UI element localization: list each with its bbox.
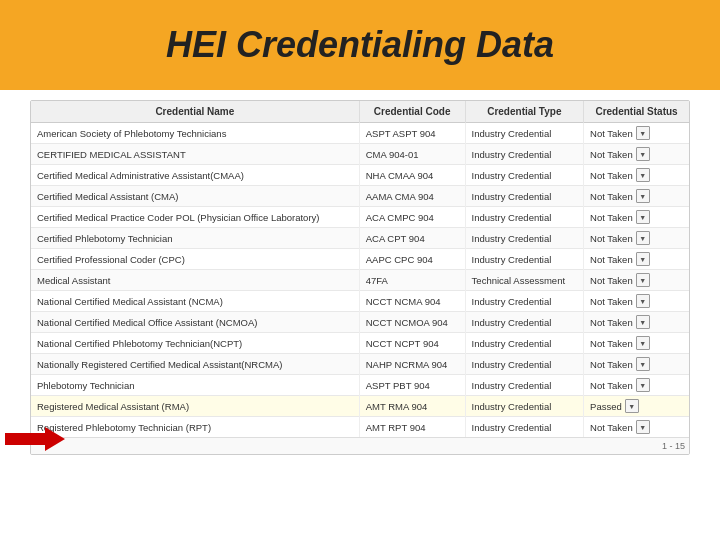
cell-name: Certified Medical Practice Coder POL (Ph… bbox=[31, 207, 359, 228]
cell-type: Industry Credential bbox=[465, 417, 583, 438]
cell-name: Certified Medical Administrative Assista… bbox=[31, 165, 359, 186]
status-dropdown[interactable]: ▼ bbox=[636, 357, 650, 371]
cell-type: Industry Credential bbox=[465, 333, 583, 354]
cell-status: Not Taken▼ bbox=[584, 291, 689, 312]
cell-name: Registered Phlebotomy Technician (RPT) bbox=[31, 417, 359, 438]
cell-status: Not Taken▼ bbox=[584, 228, 689, 249]
cell-code: ACA CPT 904 bbox=[359, 228, 465, 249]
table-row: Registered Medical Assistant (RMA)AMT RM… bbox=[31, 396, 689, 417]
cell-code: ASPT ASPT 904 bbox=[359, 123, 465, 144]
status-dropdown[interactable]: ▼ bbox=[636, 189, 650, 203]
status-text: Not Taken bbox=[590, 296, 633, 307]
cell-code: NCCT NCMA 904 bbox=[359, 291, 465, 312]
status-dropdown[interactable]: ▼ bbox=[636, 252, 650, 266]
table-row: National Certified Medical Assistant (NC… bbox=[31, 291, 689, 312]
table-row: National Certified Phlebotomy Technician… bbox=[31, 333, 689, 354]
cell-status: Not Taken▼ bbox=[584, 249, 689, 270]
status-text: Not Taken bbox=[590, 170, 633, 181]
cell-status: Not Taken▼ bbox=[584, 417, 689, 438]
status-text: Not Taken bbox=[590, 191, 633, 202]
table-row: CERTIFIED MEDICAL ASSISTANTCMA 904-01Ind… bbox=[31, 144, 689, 165]
cell-name: Certified Medical Assistant (CMA) bbox=[31, 186, 359, 207]
cell-status: Not Taken▼ bbox=[584, 144, 689, 165]
cell-name: National Certified Medical Assistant (NC… bbox=[31, 291, 359, 312]
cell-name: Certified Professional Coder (CPC) bbox=[31, 249, 359, 270]
main-content: Credential Name Credential Code Credenti… bbox=[0, 90, 720, 465]
cell-status: Not Taken▼ bbox=[584, 333, 689, 354]
cell-status: Not Taken▼ bbox=[584, 207, 689, 228]
col-credential-type: Credential Type bbox=[465, 101, 583, 123]
cell-status: Not Taken▼ bbox=[584, 354, 689, 375]
cell-code: NHA CMAA 904 bbox=[359, 165, 465, 186]
cell-name: National Certified Phlebotomy Technician… bbox=[31, 333, 359, 354]
table-row: Certified Phlebotomy TechnicianACA CPT 9… bbox=[31, 228, 689, 249]
cell-code: AAPC CPC 904 bbox=[359, 249, 465, 270]
cell-type: Industry Credential bbox=[465, 228, 583, 249]
cell-status: Not Taken▼ bbox=[584, 165, 689, 186]
status-dropdown[interactable]: ▼ bbox=[636, 210, 650, 224]
cell-name: Registered Medical Assistant (RMA) bbox=[31, 396, 359, 417]
header: HEI Credentialing Data bbox=[0, 0, 720, 90]
table-row: Certified Professional Coder (CPC)AAPC C… bbox=[31, 249, 689, 270]
table-row: Certified Medical Assistant (CMA)AAMA CM… bbox=[31, 186, 689, 207]
credentials-table: Credential Name Credential Code Credenti… bbox=[31, 101, 689, 437]
status-text: Not Taken bbox=[590, 380, 633, 391]
cell-status: Passed▼ bbox=[584, 396, 689, 417]
cell-status: Not Taken▼ bbox=[584, 186, 689, 207]
cell-code: NAHP NCRMA 904 bbox=[359, 354, 465, 375]
cell-code: ACA CMPC 904 bbox=[359, 207, 465, 228]
cell-name: Medical Assistant bbox=[31, 270, 359, 291]
cell-code: ASPT PBT 904 bbox=[359, 375, 465, 396]
table-row: American Society of Phlebotomy Technicia… bbox=[31, 123, 689, 144]
cell-status: Not Taken▼ bbox=[584, 270, 689, 291]
cell-code: 47FA bbox=[359, 270, 465, 291]
cell-type: Industry Credential bbox=[465, 396, 583, 417]
table-row: Medical Assistant47FATechnical Assessmen… bbox=[31, 270, 689, 291]
status-dropdown[interactable]: ▼ bbox=[636, 315, 650, 329]
cell-type: Industry Credential bbox=[465, 312, 583, 333]
cell-type: Industry Credential bbox=[465, 165, 583, 186]
status-dropdown[interactable]: ▼ bbox=[636, 168, 650, 182]
cell-status: Not Taken▼ bbox=[584, 375, 689, 396]
table-row: Certified Medical Administrative Assista… bbox=[31, 165, 689, 186]
table-row: Certified Medical Practice Coder POL (Ph… bbox=[31, 207, 689, 228]
table-row: National Certified Medical Office Assist… bbox=[31, 312, 689, 333]
status-dropdown[interactable]: ▼ bbox=[636, 147, 650, 161]
cell-name: American Society of Phlebotomy Technicia… bbox=[31, 123, 359, 144]
cell-status: Not Taken▼ bbox=[584, 123, 689, 144]
table-container: Credential Name Credential Code Credenti… bbox=[30, 100, 690, 455]
cell-code: NCCT NCMOA 904 bbox=[359, 312, 465, 333]
status-text: Not Taken bbox=[590, 359, 633, 370]
cell-status: Not Taken▼ bbox=[584, 312, 689, 333]
status-text: Passed bbox=[590, 401, 622, 412]
cell-name: Phlebotomy Technician bbox=[31, 375, 359, 396]
status-dropdown[interactable]: ▼ bbox=[636, 231, 650, 245]
status-dropdown[interactable]: ▼ bbox=[636, 273, 650, 287]
page-title: HEI Credentialing Data bbox=[166, 24, 554, 66]
status-text: Not Taken bbox=[590, 254, 633, 265]
table-row: Registered Phlebotomy Technician (RPT)AM… bbox=[31, 417, 689, 438]
status-dropdown[interactable]: ▼ bbox=[636, 378, 650, 392]
col-credential-name: Credential Name bbox=[31, 101, 359, 123]
status-text: Not Taken bbox=[590, 149, 633, 160]
cell-name: Certified Phlebotomy Technician bbox=[31, 228, 359, 249]
cell-type: Industry Credential bbox=[465, 249, 583, 270]
status-dropdown[interactable]: ▼ bbox=[625, 399, 639, 413]
cell-name: CERTIFIED MEDICAL ASSISTANT bbox=[31, 144, 359, 165]
cell-type: Industry Credential bbox=[465, 186, 583, 207]
cell-code: NCCT NCPT 904 bbox=[359, 333, 465, 354]
table-header-row: Credential Name Credential Code Credenti… bbox=[31, 101, 689, 123]
table-row: Phlebotomy TechnicianASPT PBT 904Industr… bbox=[31, 375, 689, 396]
cell-type: Industry Credential bbox=[465, 375, 583, 396]
col-credential-status: Credential Status bbox=[584, 101, 689, 123]
status-dropdown[interactable]: ▼ bbox=[636, 294, 650, 308]
table-row: Nationally Registered Certified Medical … bbox=[31, 354, 689, 375]
cell-type: Industry Credential bbox=[465, 291, 583, 312]
status-text: Not Taken bbox=[590, 317, 633, 328]
status-dropdown[interactable]: ▼ bbox=[636, 126, 650, 140]
cell-type: Industry Credential bbox=[465, 144, 583, 165]
status-dropdown[interactable]: ▼ bbox=[636, 336, 650, 350]
cell-name: Nationally Registered Certified Medical … bbox=[31, 354, 359, 375]
status-dropdown[interactable]: ▼ bbox=[636, 420, 650, 434]
col-credential-code: Credential Code bbox=[359, 101, 465, 123]
